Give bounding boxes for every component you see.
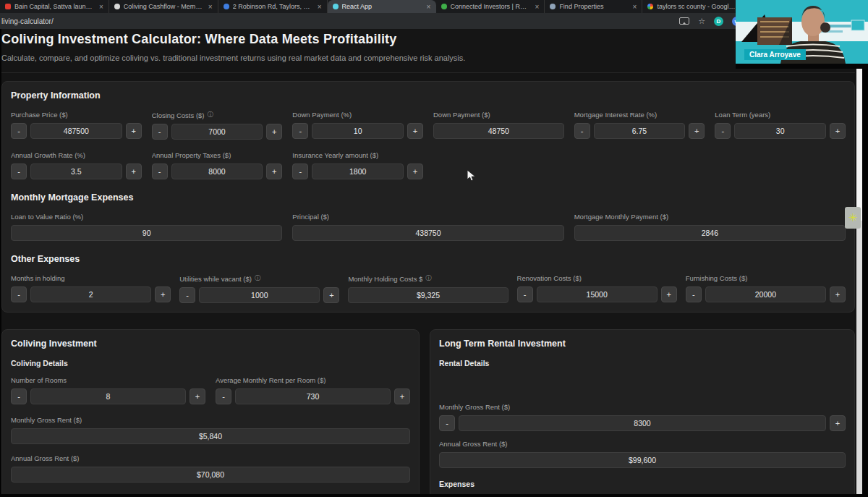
increment-button[interactable]: +	[323, 287, 339, 303]
tab-favicon	[114, 4, 120, 9]
field-loan-term: Loan Term (years) - 30 +	[715, 111, 846, 140]
decrement-button[interactable]: -	[152, 163, 168, 179]
extension-icon-1[interactable]: D	[714, 17, 723, 26]
property-taxes-input[interactable]: 8000	[171, 163, 263, 179]
rental-expenses-heading: Expenses	[439, 480, 846, 488]
bookmark-star-icon[interactable]: ☆	[698, 17, 705, 26]
loan-term-input[interactable]: 30	[734, 123, 826, 139]
utilities-vacant-input[interactable]: 1000	[199, 287, 320, 303]
tab-robinson-rd[interactable]: 2 Robinson Rd, Taylors, SC 2 ×	[218, 0, 328, 13]
increment-button[interactable]: +	[830, 415, 846, 431]
furnishing-input[interactable]: 20000	[705, 286, 826, 302]
field-furnishing: Furnishing Costs ($) - 20000 +	[686, 274, 846, 303]
decrement-button[interactable]: -	[686, 286, 702, 302]
rental-details-heading: Rental Details	[439, 359, 846, 368]
tab-bain-capital[interactable]: Bain Capital, Sattva launch S ×	[0, 0, 109, 13]
mortgage-row: Loan to Value Ratio (%) 90 Principal ($)…	[11, 213, 846, 241]
field-growth-rate: Annual Growth Rate (%) - 3.5 +	[11, 151, 142, 179]
insurance-input[interactable]: 1800	[312, 163, 404, 179]
right-letterbox	[862, 69, 868, 497]
decrement-button[interactable]: -	[152, 124, 168, 140]
increment-button[interactable]: +	[266, 124, 282, 140]
increment-button[interactable]: +	[266, 163, 282, 179]
other-expenses-row: Months in holding - 2 + Utilities while …	[11, 274, 846, 303]
scrollbar-thumb[interactable]	[856, 69, 862, 221]
increment-button[interactable]: +	[126, 123, 142, 139]
decrement-button[interactable]: -	[439, 415, 455, 431]
increment-button[interactable]: +	[407, 163, 423, 179]
decrement-button[interactable]: -	[11, 123, 27, 139]
down-payment-pct-input[interactable]: 10	[312, 123, 404, 139]
field-principal: Principal ($) 438750	[292, 213, 563, 241]
increment-button[interactable]: +	[394, 388, 410, 404]
coliving-monthly-gross-value: $5,840	[11, 428, 410, 444]
coliving-details-heading: Coliving Details	[11, 359, 410, 368]
decrement-button[interactable]: -	[179, 287, 195, 303]
decrement-button[interactable]: -	[292, 163, 308, 179]
left-letterbox	[0, 29, 1, 497]
principal-value: 438750	[292, 225, 563, 241]
closing-costs-input[interactable]: 7000	[171, 124, 263, 140]
decrement-button[interactable]: -	[11, 163, 27, 179]
mouse-cursor	[467, 169, 477, 185]
monthly-holding-costs-value: $9,325	[348, 287, 508, 303]
coliving-investment-card: Coliving Investment Coliving Details Num…	[1, 329, 420, 497]
tab-close-icon[interactable]: ×	[427, 3, 431, 11]
tab-close-icon[interactable]: ×	[99, 3, 103, 11]
info-icon[interactable]: ⓘ	[255, 274, 261, 283]
info-icon[interactable]: ⓘ	[208, 111, 214, 119]
coliving-row-1: Number of Rooms - 8 + Average Monthly Re…	[11, 376, 410, 404]
mortgage-expenses-heading: Monthly Mortgage Expenses	[11, 192, 846, 203]
interest-rate-input[interactable]: 6.75	[594, 123, 686, 139]
renovation-input[interactable]: 15000	[537, 286, 658, 302]
decrement-button[interactable]: -	[216, 388, 231, 404]
field-coliving-monthly-gross: Monthly Gross Rent ($) $5,840	[11, 416, 410, 444]
increment-button[interactable]: +	[689, 123, 705, 139]
field-down-payment-pct: Down Payment (%) - 10 +	[292, 111, 423, 140]
decrement-button[interactable]: -	[292, 123, 308, 139]
purchase-price-input[interactable]: 487500	[30, 123, 122, 139]
scrollbar[interactable]	[856, 69, 862, 494]
increment-button[interactable]: +	[661, 286, 677, 302]
decrement-button[interactable]: -	[574, 123, 590, 139]
url-input[interactable]: living-calculator/	[0, 17, 679, 25]
page-header: Coliving Investment Calculator: Where Da…	[1, 32, 855, 73]
field-renovation: Renovation Costs ($) - 15000 +	[517, 274, 677, 303]
field-ltv: Loan to Value Ratio (%) 90	[11, 213, 282, 241]
tab-coliving-cashflow[interactable]: Coliving Cashflow - Member ×	[109, 0, 218, 13]
tab-label: Find Properties	[559, 3, 627, 10]
tab-favicon	[647, 4, 653, 9]
number-of-rooms-input[interactable]: 8	[30, 388, 186, 404]
cast-icon[interactable]	[679, 17, 689, 25]
decrement-button[interactable]: -	[517, 286, 533, 302]
webcam-name-tag: Clara Arroyave	[744, 49, 806, 60]
floating-extension-button[interactable]: ✳	[845, 207, 861, 229]
increment-button[interactable]: +	[830, 123, 846, 139]
rent-per-room-input[interactable]: 730	[235, 388, 391, 404]
tab-label: 2 Robinson Rd, Taylors, SC 2	[233, 3, 312, 10]
increment-button[interactable]: +	[407, 123, 423, 139]
rental-monthly-gross-input[interactable]: 8300	[459, 415, 826, 431]
tab-find-properties[interactable]: Find Properties ×	[545, 0, 642, 13]
rental-heading: Long Term Rental Investment	[439, 339, 846, 349]
tab-close-icon[interactable]: ×	[535, 3, 540, 11]
decrement-button[interactable]: -	[11, 286, 27, 302]
tab-close-icon[interactable]: ×	[633, 3, 637, 11]
tab-close-icon[interactable]: ×	[208, 3, 213, 11]
tab-react-app[interactable]: React App ×	[328, 0, 436, 13]
info-icon[interactable]: ⓘ	[425, 274, 432, 283]
increment-button[interactable]: +	[190, 388, 205, 404]
tab-favicon	[5, 4, 11, 9]
decrement-button[interactable]: -	[11, 388, 27, 404]
increment-button[interactable]: +	[830, 286, 846, 302]
months-holding-input[interactable]: 2	[30, 286, 151, 302]
field-down-payment-usd: Down Payment ($) 48750	[433, 111, 564, 140]
growth-rate-input[interactable]: 3.5	[30, 163, 122, 179]
monthly-payment-value: 2846	[574, 225, 846, 241]
tab-connected-investors[interactable]: Connected Investors | Real E ×	[436, 0, 545, 13]
increment-button[interactable]: +	[155, 286, 171, 302]
increment-button[interactable]: +	[126, 163, 142, 179]
webcam-overlay: Clara Arroyave	[736, 0, 868, 69]
tab-close-icon[interactable]: ×	[318, 3, 322, 11]
decrement-button[interactable]: -	[715, 123, 731, 139]
